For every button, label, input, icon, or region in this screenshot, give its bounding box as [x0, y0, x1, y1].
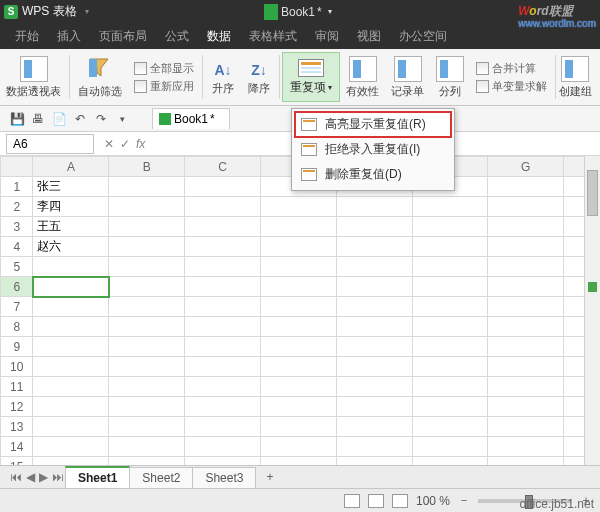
group-icon — [561, 56, 589, 82]
sort-desc-icon: Z↓ — [247, 59, 271, 81]
tab-start[interactable]: 开始 — [6, 23, 48, 50]
confirm-icon[interactable]: ✓ — [120, 137, 130, 151]
tab-review[interactable]: 审阅 — [306, 23, 348, 50]
col-header-a[interactable]: A — [33, 157, 109, 177]
highlight-icon — [301, 118, 317, 131]
tab-office[interactable]: 办公空间 — [390, 23, 456, 50]
menu-reject-duplicates[interactable]: 拒绝录入重复值(I) — [295, 137, 451, 162]
qat-more-icon[interactable]: ▾ — [113, 110, 131, 128]
sheet-nav-first-icon[interactable]: ⏮ — [8, 470, 24, 484]
tab-view[interactable]: 视图 — [348, 23, 390, 50]
cell-a4[interactable]: 赵六 — [33, 237, 109, 257]
sort-asc-icon: A↓ — [211, 59, 235, 81]
tab-layout[interactable]: 页面布局 — [90, 23, 156, 50]
text-to-columns-icon — [436, 56, 464, 82]
show-all-icon — [134, 62, 147, 75]
zoom-level[interactable]: 100 % — [416, 494, 450, 508]
ribbon-tabs: 开始 插入 页面布局 公式 数据 表格样式 审阅 视图 办公空间 — [0, 23, 600, 49]
sheet-tab-bar: ⏮ ◀ ▶ ⏭ Sheet1 Sheet2 Sheet3 + — [0, 465, 600, 488]
qat-save-icon[interactable]: 💾 — [8, 110, 26, 128]
view-normal-icon[interactable] — [344, 494, 360, 508]
sheet-tab-2[interactable]: Sheet2 — [129, 467, 193, 488]
col-header-g[interactable]: G — [488, 157, 564, 177]
sheet-nav-next-icon[interactable]: ▶ — [37, 470, 50, 484]
sheet-nav-prev-icon[interactable]: ◀ — [24, 470, 37, 484]
tab-style[interactable]: 表格样式 — [240, 23, 306, 50]
duplicates-button[interactable]: 重复项▾ — [282, 52, 340, 102]
vertical-scrollbar[interactable] — [584, 156, 600, 486]
form-button[interactable]: 记录单 — [385, 49, 430, 105]
add-sheet-button[interactable]: + — [256, 467, 283, 487]
pivot-table-button[interactable]: 数据透视表 — [0, 49, 67, 105]
fx-icon[interactable]: fx — [136, 137, 145, 151]
qat-undo-icon[interactable]: ↶ — [71, 110, 89, 128]
app-name: WPS 表格 — [22, 3, 77, 20]
reapply-button[interactable]: 重新应用 — [134, 79, 194, 94]
app-menu-chevron-down-icon[interactable]: ▾ — [81, 5, 93, 19]
footer-watermark: office.jb51.net — [519, 497, 594, 511]
name-box[interactable]: A6 — [6, 134, 94, 154]
filter-icon — [86, 56, 114, 82]
qat-redo-icon[interactable]: ↷ — [92, 110, 110, 128]
select-all-corner[interactable] — [1, 157, 33, 177]
sheet-nav-last-icon[interactable]: ⏭ — [50, 470, 66, 484]
form-icon — [394, 56, 422, 82]
qat-doc-tab[interactable]: Book1 * — [152, 108, 230, 129]
workbook-icon — [159, 113, 171, 125]
workbook-icon — [264, 4, 278, 20]
view-break-icon[interactable] — [392, 494, 408, 508]
tab-insert[interactable]: 插入 — [48, 23, 90, 50]
col-header-c[interactable]: C — [185, 157, 261, 177]
duplicates-icon — [298, 59, 324, 77]
cell-a1[interactable]: 张三 — [33, 177, 109, 197]
consolidate-button[interactable]: 合并计算 — [476, 61, 536, 76]
document-modified-star: * — [317, 5, 322, 19]
sort-desc-button[interactable]: Z↓ 降序 — [241, 49, 277, 105]
view-page-icon[interactable] — [368, 494, 384, 508]
scrollbar-marker — [588, 282, 597, 292]
menu-highlight-duplicates[interactable]: 高亮显示重复值(R) — [295, 112, 451, 137]
menu-remove-duplicates[interactable]: 删除重复值(D) — [295, 162, 451, 187]
title-bar: S WPS 表格 ▾ Book1 * ▾ Word联盟 www.wordlm.c… — [0, 0, 600, 23]
chevron-down-icon: ▾ — [328, 83, 332, 92]
cell-a6-selected[interactable] — [33, 277, 109, 297]
col-header-b[interactable]: B — [109, 157, 185, 177]
chevron-down-icon: ▾ — [328, 7, 332, 16]
remove-icon — [301, 168, 317, 181]
tab-data[interactable]: 数据 — [198, 23, 240, 50]
qat-print-icon[interactable]: 🖶 — [29, 110, 47, 128]
zoom-out-button[interactable]: － — [458, 492, 470, 509]
spreadsheet-grid[interactable]: A B C D E F G H 1张三 2李四 3王五 4赵六 5 6 7 8 … — [0, 156, 600, 485]
status-bar: 100 % － ＋ — [0, 488, 600, 512]
document-name: Book1 — [281, 5, 315, 19]
show-all-button[interactable]: 全部显示 — [134, 61, 194, 76]
cell-a3[interactable]: 王五 — [33, 217, 109, 237]
app-logo-icon: S — [4, 5, 18, 19]
qat-preview-icon[interactable]: 📄 — [50, 110, 68, 128]
duplicates-dropdown: 高亮显示重复值(R) 拒绝录入重复值(I) 删除重复值(D) — [291, 108, 455, 191]
consolidate-icon — [476, 62, 489, 75]
svg-marker-0 — [90, 59, 108, 76]
sheet-tab-1[interactable]: Sheet1 — [65, 466, 130, 488]
cancel-icon[interactable]: ✕ — [104, 137, 114, 151]
solver-icon — [476, 80, 489, 93]
tab-formula[interactable]: 公式 — [156, 23, 198, 50]
watermark: Word联盟 www.wordlm.com — [518, 1, 596, 29]
sheet-tab-3[interactable]: Sheet3 — [192, 467, 256, 488]
document-tab[interactable]: Book1 * ▾ — [264, 4, 332, 20]
cell-a2[interactable]: 李四 — [33, 197, 109, 217]
pivot-table-icon — [20, 56, 48, 82]
solver-button[interactable]: 单变量求解 — [476, 79, 547, 94]
validity-button[interactable]: 有效性 — [340, 49, 385, 105]
reapply-icon — [134, 80, 147, 93]
scrollbar-thumb[interactable] — [587, 170, 598, 216]
sort-asc-button[interactable]: A↓ 升序 — [205, 49, 241, 105]
autofilter-button[interactable]: 自动筛选 — [72, 49, 128, 105]
validity-icon — [349, 56, 377, 82]
text-to-columns-button[interactable]: 分列 — [430, 49, 470, 105]
ribbon: 数据透视表 自动筛选 全部显示 重新应用 A↓ 升序 Z↓ 降序 重复项▾ 有效… — [0, 49, 600, 106]
reject-icon — [301, 143, 317, 156]
create-group-button[interactable]: 创建组 — [558, 49, 592, 105]
